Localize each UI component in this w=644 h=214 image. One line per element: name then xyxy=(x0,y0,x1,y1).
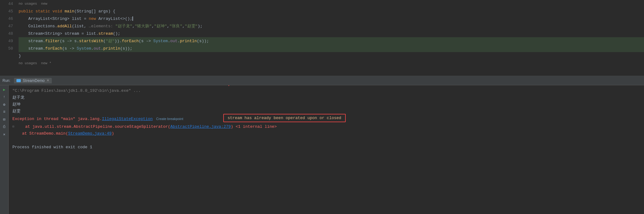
code-50-content: } xyxy=(19,54,21,58)
line-46-gutter: 46 xyxy=(0,15,16,22)
expand-icon[interactable]: ⊞ xyxy=(12,125,14,128)
run-tab-name: StreamDemo xyxy=(23,78,45,83)
line-44-gutter: ▶ ◻ 44 xyxy=(0,0,16,7)
clear-button[interactable]: ✕ xyxy=(1,131,7,137)
scroll-up-button[interactable]: ↑ xyxy=(1,94,7,100)
process-finished-text: Process finished with exit code 1 xyxy=(12,145,92,149)
line-48-gutter: 48 xyxy=(0,30,16,37)
line-number-50: 50 xyxy=(8,46,13,51)
code-47-content: Stream<String> stream = list.stream(); xyxy=(19,31,120,36)
output-line-2: 赵坤 xyxy=(12,101,640,108)
run-label: Run: xyxy=(2,78,10,83)
settings-button[interactable]: ⚙ xyxy=(1,101,7,108)
exception-line: Exception in thread "main" java.lang. Il… xyxy=(12,114,640,123)
line-45-gutter: 45 xyxy=(0,7,16,15)
illegal-state-exception-link[interactable]: IllegalStateException xyxy=(102,117,153,121)
abstract-pipeline-link[interactable]: AbstractPipeline.java:279 xyxy=(170,124,231,129)
menu-button[interactable]: ≡ xyxy=(1,109,7,115)
stack-trace-suffix-1: ) <1 internal line> xyxy=(231,124,277,129)
line-47-gutter: 47 xyxy=(0,22,16,30)
code-line-48: stream.filter(s -> s.startsWith("赵")).fo… xyxy=(19,37,644,45)
run-tab-icon xyxy=(16,79,21,82)
create-breakpoint-button[interactable]: Create breakpoint xyxy=(155,117,183,121)
code-line-50: } xyxy=(19,52,644,60)
code-line-46: Collections.addAll(list, …elements: "赵子龙… xyxy=(19,22,644,30)
line-49-gutter: 49 xyxy=(0,37,16,45)
stack-trace-text-2: at StreamDemo.main( xyxy=(12,131,68,136)
code-46-content: Collections.addAll(list, …elements: "赵子龙… xyxy=(19,23,202,29)
rerun-button[interactable]: ▶ xyxy=(1,87,7,93)
run-tab-close[interactable]: ✕ xyxy=(47,78,49,82)
output-line-3: 赵雯 xyxy=(12,108,640,114)
line-50-gutter: ◻ 50 xyxy=(0,45,16,52)
line-number-46: 46 xyxy=(8,16,13,21)
output-text-1: 赵子龙 xyxy=(12,95,24,100)
output-text-3: 赵雯 xyxy=(12,108,20,114)
run-panel: Run: StreamDemo ✕ ▶ ↑ ⚙ ≡ ⊟ ⎙ ✕ xyxy=(0,76,644,214)
layout-button[interactable]: ⊟ xyxy=(1,116,7,123)
stack-trace-suffix-2: ) xyxy=(112,131,114,136)
streamdemo-link[interactable]: StreamDemo.java:49 xyxy=(68,131,111,136)
output-text-2: 赵坤 xyxy=(12,101,20,107)
line-number-49: 49 xyxy=(8,39,13,43)
line-number-48: 48 xyxy=(8,31,13,36)
code-45-content: ArrayList<String> list = new ArrayList<>… xyxy=(19,16,133,21)
code-line-49: stream.forEach(s -> System.out.println(s… xyxy=(19,45,644,52)
print-button[interactable]: ⎙ xyxy=(1,124,7,130)
exception-prefix: Exception in thread "main" java.lang. xyxy=(12,117,102,121)
code-44-content: public static void main(String[] args) { xyxy=(19,9,115,14)
line-numbers: ▶ ◻ 44 45 46 47 48 49 ◻ 50 xyxy=(0,0,16,76)
run-header: Run: StreamDemo ✕ xyxy=(0,76,644,85)
run-output: "C:\Program Files\Java\jdk1.8.0_192\bin\… xyxy=(9,85,644,214)
run-body: ▶ ↑ ⚙ ≡ ⊟ ⎙ ✕ "C:\Program Files\Java\jdk… xyxy=(0,85,644,214)
process-finished-line: Process finished with exit code 1 xyxy=(12,144,640,150)
code-line-47: Stream<String> stream = list.stream(); xyxy=(19,30,644,37)
run-tab-streamdemo[interactable]: StreamDemo ✕ xyxy=(14,78,52,83)
stack-trace-line-2: at StreamDemo.main( StreamDemo.java:49 ) xyxy=(12,130,640,137)
error-message-box: stream has already been operated upon or… xyxy=(223,114,346,122)
stack-trace-text-1: at java.util.stream.AbstractPipeline.sou… xyxy=(16,124,170,129)
code-line-45: ArrayList<String> list = new ArrayList<>… xyxy=(19,15,644,22)
line-number-45: 45 xyxy=(8,9,13,14)
error-message-text: stream has already been operated upon or… xyxy=(228,116,341,120)
editor-area: ▶ ◻ 44 45 46 47 48 49 ◻ 50 no usages new… xyxy=(0,0,644,76)
stack-trace-line-1: ⊞ at java.util.stream.AbstractPipeline.s… xyxy=(12,123,640,130)
run-sidebar: ▶ ↑ ⚙ ≡ ⊟ ⎙ ✕ xyxy=(0,85,9,214)
code-49-content: stream.forEach(s -> System.out.println(s… xyxy=(19,46,132,51)
output-cmd-line: "C:\Program Files\Java\jdk1.8.0_192\bin\… xyxy=(12,87,640,94)
cmd-text: "C:\Program Files\Java\jdk1.8.0_192\bin\… xyxy=(12,88,140,93)
code-editor[interactable]: no usages new public static void main(St… xyxy=(16,0,644,76)
code-line-44: public static void main(String[] args) { xyxy=(19,7,644,15)
line-number-47: 47 xyxy=(8,24,13,29)
code-48-content: stream.filter(s -> s.startsWith("赵")).fo… xyxy=(19,38,209,44)
output-line-1: 赵子龙 xyxy=(12,94,640,101)
empty-line xyxy=(12,137,640,144)
top-usage-label: no usages new xyxy=(19,0,644,7)
line-number-44: 44 xyxy=(8,2,13,6)
bottom-usage-label: no usages new * xyxy=(19,60,644,67)
